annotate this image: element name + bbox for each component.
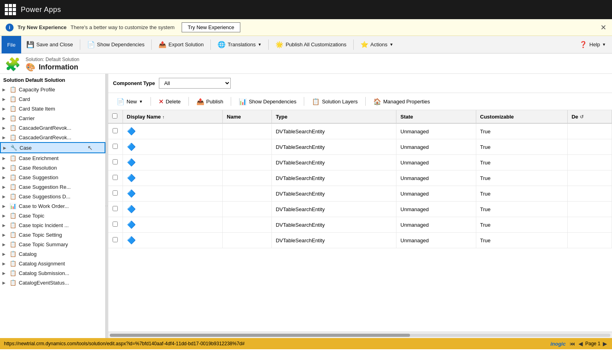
solution-layers-button[interactable]: 📋 Solution Layers [307, 95, 362, 107]
sidebar-item-catalog-assignment[interactable]: ▶📋Catalog Assignment [0, 259, 105, 268]
h-scrollbar[interactable] [108, 332, 612, 338]
new-label: New [127, 99, 137, 105]
show-dependencies-button[interactable]: 📄 Show Dependencies [83, 38, 149, 51]
sidebar-icon: 📋 [10, 222, 16, 228]
show-deps-icon: 📊 [239, 98, 247, 105]
action-sep-1 [151, 97, 151, 106]
sidebar-icon: 📋 [10, 193, 16, 200]
sidebar-item-label: Case Resolution [19, 165, 57, 171]
row-entity-icon: 🔷 [127, 127, 136, 135]
sidebar-item-label: Carrier [19, 115, 35, 121]
row-checkbox[interactable] [113, 159, 118, 164]
page-prev-button[interactable]: ◀ [578, 340, 584, 347]
row-checkbox[interactable] [113, 190, 118, 196]
help-dropdown-icon: ▼ [602, 42, 606, 47]
new-button[interactable]: 📄 New ▼ [112, 95, 147, 107]
status-bar: https://newtrial.crm.dynamics.com/tools/… [0, 338, 612, 349]
sidebar-item-label: Case Suggestion [19, 174, 58, 180]
expand-arrow: ▶ [2, 271, 6, 275]
waffle-icon[interactable] [5, 4, 16, 15]
banner-info-text: Try New Experience [18, 24, 67, 30]
type-cell: DVTableSearchEntity [271, 123, 396, 139]
sidebar-item-cascadegrantrevok---[interactable]: ▶📋CascadeGrantRevok... [0, 123, 105, 133]
managed-props-button[interactable]: 🏠 Managed Properties [369, 95, 434, 107]
row-checkbox[interactable] [113, 128, 118, 133]
sidebar-item-cascadegrantrevok---[interactable]: ▶📋CascadeGrantRevok... [0, 133, 105, 142]
col-state[interactable]: State [396, 110, 476, 123]
col-display-name[interactable]: Display Name ↑ [123, 110, 223, 123]
sidebar-item-capacity-profile[interactable]: ▶📋Capacity Profile [0, 85, 105, 94]
table-row[interactable]: 🔷DVTableSearchEntityUnmanagedTrue [108, 123, 612, 139]
state-cell: Unmanaged [396, 170, 476, 186]
sidebar-icon: 📋 [10, 86, 16, 93]
actions-button[interactable]: ⭐ Actions ▼ [356, 38, 398, 51]
table-row[interactable]: 🔷DVTableSearchEntityUnmanagedTrue [108, 202, 612, 217]
sidebar-item-label: Case to Work Order... [19, 203, 69, 209]
h-scroll-track[interactable] [110, 334, 610, 337]
col-name[interactable]: Name [223, 110, 272, 123]
page-next-button[interactable]: ▶ [602, 340, 608, 347]
row-checkbox-cell [108, 155, 123, 170]
try-new-button[interactable]: Try New Experience [182, 22, 240, 32]
sidebar-item-catalog-submission---[interactable]: ▶📋Catalog Submission... [0, 268, 105, 278]
col-customizable[interactable]: Customizable [476, 110, 567, 123]
show-deps-button[interactable]: 📊 Show Dependencies [234, 95, 301, 107]
select-all-checkbox[interactable] [112, 113, 117, 119]
sidebar-item-catalogeventstatus---[interactable]: ▶📋CatalogEventStatus... [0, 278, 105, 287]
sidebar-item-case-enrichment[interactable]: ▶📋Case Enrichment [0, 153, 105, 163]
publish-button[interactable]: 📤 Publish [192, 95, 228, 107]
banner-close-button[interactable]: ✕ [600, 23, 606, 32]
expand-arrow: ▶ [2, 194, 6, 199]
row-checkbox-cell [108, 233, 123, 248]
help-icon: ❓ [579, 41, 587, 48]
translations-button[interactable]: 🌐 Translations ▼ [213, 38, 266, 51]
row-checkbox-cell [108, 217, 123, 233]
col-de[interactable]: De ↺ [567, 110, 612, 123]
page-first-button[interactable]: ⏮ [569, 340, 576, 347]
table-row[interactable]: 🔷DVTableSearchEntityUnmanagedTrue [108, 233, 612, 248]
expand-arrow: ▶ [2, 252, 6, 256]
sidebar-item-case-to-work-order---[interactable]: ▶📊Case to Work Order... [0, 201, 105, 211]
table-row[interactable]: 🔷DVTableSearchEntityUnmanagedTrue [108, 139, 612, 155]
info-icon: i [6, 24, 14, 32]
sidebar-item-case[interactable]: ▶🔧Case↖ [0, 142, 105, 153]
sidebar-item-case-suggestion[interactable]: ▶📋Case Suggestion [0, 172, 105, 182]
sidebar-item-card-state-item[interactable]: ▶📋Card State Item [0, 104, 105, 113]
table-row[interactable]: 🔷DVTableSearchEntityUnmanagedTrue [108, 155, 612, 170]
col-type[interactable]: Type [271, 110, 396, 123]
publish-all-button[interactable]: 🌟 Publish All Customizations [271, 38, 351, 51]
sidebar-item-case-topic-summary[interactable]: ▶📋Case Topic Summary [0, 239, 105, 249]
file-button[interactable]: File [2, 36, 21, 53]
row-checkbox[interactable] [113, 144, 118, 149]
name-cell [223, 202, 272, 217]
sidebar-item-case-topic-incident----[interactable]: ▶📋Case topic Incident ... [0, 220, 105, 230]
publish-icon: 📤 [196, 98, 204, 105]
help-button[interactable]: ❓ Help ▼ [575, 38, 610, 51]
sidebar-item-label: Card [19, 96, 30, 102]
sidebar-item-label: Case Enrichment [19, 155, 59, 161]
row-checkbox[interactable] [113, 206, 118, 211]
save-close-button[interactable]: 💾 Save and Close [22, 38, 77, 51]
sidebar-item-case-topic-setting[interactable]: ▶📋Case Topic Setting [0, 230, 105, 239]
table-row[interactable]: 🔷DVTableSearchEntityUnmanagedTrue [108, 186, 612, 202]
table-row[interactable]: 🔷DVTableSearchEntityUnmanagedTrue [108, 217, 612, 233]
sidebar-item-card[interactable]: ▶📋Card [0, 94, 105, 104]
de-cell [567, 217, 612, 233]
row-checkbox[interactable] [113, 175, 118, 180]
row-checkbox[interactable] [113, 222, 118, 227]
sidebar-item-case-suggestions-d---[interactable]: ▶📋Case Suggestions D... [0, 192, 105, 201]
expand-arrow: ▶ [2, 107, 6, 111]
table-row[interactable]: 🔷DVTableSearchEntityUnmanagedTrue [108, 170, 612, 186]
sidebar-item-catalog[interactable]: ▶📋Catalog [0, 249, 105, 259]
sidebar-item-case-resolution[interactable]: ▶📋Case Resolution [0, 163, 105, 172]
sidebar-item-case-topic[interactable]: ▶📋Case Topic [0, 211, 105, 220]
managed-props-icon: 🏠 [373, 98, 381, 105]
row-checkbox[interactable] [113, 237, 118, 242]
delete-button[interactable]: ✕ Delete [154, 95, 185, 107]
separator-1 [80, 40, 80, 50]
export-solution-button[interactable]: 📤 Export Solution [154, 38, 208, 51]
sidebar-item-carrier[interactable]: ▶📋Carrier [0, 113, 105, 123]
sidebar-item-case-suggestion-re---[interactable]: ▶📋Case Suggestion Re... [0, 182, 105, 192]
component-type-bar: Component Type All [108, 74, 612, 93]
component-type-select[interactable]: All [159, 78, 231, 89]
